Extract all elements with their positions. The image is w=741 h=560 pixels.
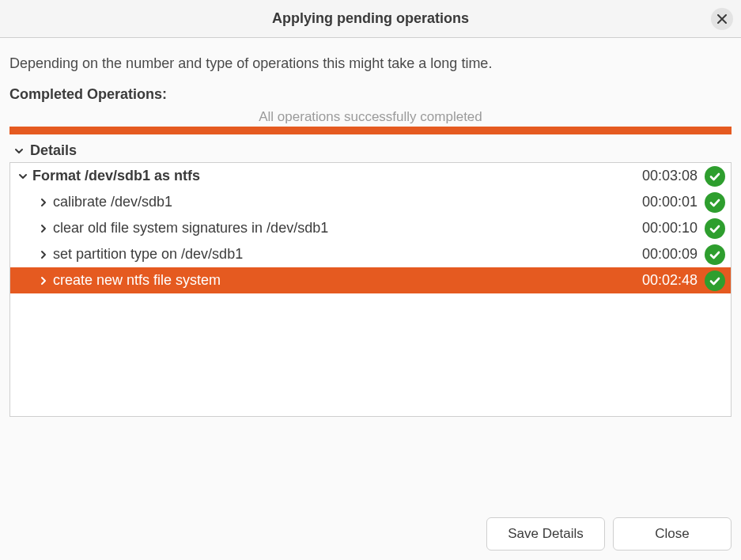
chevron-down-icon[interactable]: [15, 172, 31, 181]
details-label: Details: [30, 142, 77, 159]
chevron-right-icon[interactable]: [36, 250, 51, 259]
dialog-content: Depending on the number and type of oper…: [0, 38, 741, 162]
tree-row[interactable]: clear old file system signatures in /dev…: [10, 215, 731, 241]
success-icon: [704, 270, 726, 292]
tree-row-label: create new ntfs file system: [51, 272, 636, 289]
progress-bar: [9, 127, 732, 134]
tree-row-duration: 00:00:01: [636, 194, 704, 210]
titlebar: Applying pending operations: [0, 0, 741, 38]
tree-row-duration: 00:00:09: [636, 246, 704, 263]
tree-row[interactable]: set partition type on /dev/sdb100:00:09: [10, 241, 731, 267]
tree-row-label: Format /dev/sdb1 as ntfs: [31, 168, 636, 184]
close-button[interactable]: Close: [613, 517, 732, 551]
chevron-right-icon[interactable]: [36, 224, 51, 233]
chevron-down-icon: [11, 146, 27, 156]
tree-row[interactable]: create new ntfs file system00:02:48: [10, 267, 731, 293]
tree-row-duration: 00:00:10: [636, 220, 704, 236]
save-details-button[interactable]: Save Details: [486, 517, 605, 551]
details-toggle[interactable]: Details: [9, 139, 732, 162]
dialog-title: Applying pending operations: [272, 10, 469, 27]
operations-tree[interactable]: Format /dev/sdb1 as ntfs00:03:08calibrat…: [9, 162, 732, 417]
tree-row[interactable]: Format /dev/sdb1 as ntfs00:03:08: [10, 163, 731, 189]
tree-row-label: clear old file system signatures in /dev…: [51, 220, 636, 236]
chevron-right-icon[interactable]: [36, 198, 51, 207]
tree-row-label: calibrate /dev/sdb1: [51, 194, 636, 210]
success-icon: [704, 244, 726, 266]
dialog-footer: Save Details Close: [0, 508, 741, 560]
tree-row-label: set partition type on /dev/sdb1: [51, 246, 636, 263]
tree-row-duration: 00:02:48: [636, 272, 704, 289]
chevron-right-icon[interactable]: [36, 276, 51, 286]
status-message: All operations successfully completed: [9, 109, 732, 125]
completed-heading: Completed Operations:: [9, 86, 732, 103]
success-icon: [704, 165, 726, 187]
success-icon: [704, 218, 726, 240]
success-icon: [704, 191, 726, 214]
intro-text: Depending on the number and type of oper…: [9, 55, 732, 72]
tree-row[interactable]: calibrate /dev/sdb100:00:01: [10, 189, 731, 215]
close-icon[interactable]: [711, 8, 733, 30]
tree-row-duration: 00:03:08: [636, 168, 704, 184]
